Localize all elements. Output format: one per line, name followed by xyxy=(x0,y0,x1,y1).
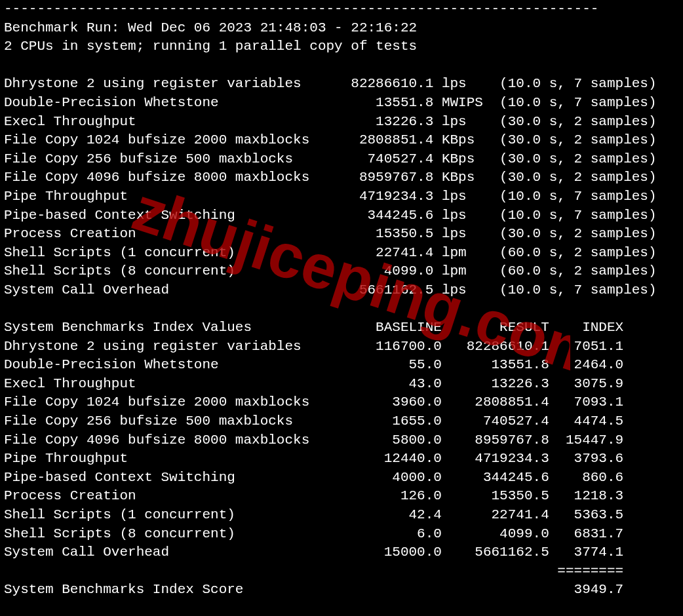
terminal-line: 2 CPUs in system; running 1 parallel cop… xyxy=(4,39,417,54)
terminal-line: ======== xyxy=(4,564,623,579)
terminal-line: File Copy 256 bufsize 500 maxblocks 7405… xyxy=(4,151,657,166)
terminal-line: File Copy 4096 bufsize 8000 maxblocks 58… xyxy=(4,433,623,448)
terminal-line: File Copy 256 bufsize 500 maxblocks 1655… xyxy=(4,414,623,429)
terminal-line: File Copy 1024 bufsize 2000 maxblocks 39… xyxy=(4,395,623,410)
terminal-line: ----------------------------------------… xyxy=(4,1,598,16)
terminal-line: System Call Overhead 15000.0 5661162.5 3… xyxy=(4,545,623,560)
terminal-line: Execl Throughput 43.0 13226.3 3075.9 xyxy=(4,376,623,391)
terminal-line: Benchmark Run: Wed Dec 06 2023 21:48:03 … xyxy=(4,20,417,35)
terminal-line: Shell Scripts (8 concurrent) 6.0 4099.0 … xyxy=(4,526,623,541)
terminal-line: Double-Precision Whetstone 13551.8 MWIPS… xyxy=(4,95,657,110)
terminal-output: ----------------------------------------… xyxy=(0,0,683,616)
terminal-line: System Benchmarks Index Values BASELINE … xyxy=(4,320,623,335)
terminal-line: Shell Scripts (1 concurrent) 22741.4 lpm… xyxy=(4,245,657,260)
terminal-line: Dhrystone 2 using register variables 822… xyxy=(4,76,657,91)
terminal-line: System Call Overhead 5661162.5 lps (10.0… xyxy=(4,282,657,298)
terminal-line: File Copy 1024 bufsize 2000 maxblocks 28… xyxy=(4,132,657,147)
terminal-line: Shell Scripts (1 concurrent) 42.4 22741.… xyxy=(4,507,623,522)
terminal-line: Process Creation 15350.5 lps (30.0 s, 2 … xyxy=(4,226,657,241)
terminal-line: Pipe-based Context Switching 344245.6 lp… xyxy=(4,208,657,223)
terminal-line: Execl Throughput 13226.3 lps (30.0 s, 2 … xyxy=(4,114,657,129)
terminal-line: Double-Precision Whetstone 55.0 13551.8 … xyxy=(4,357,623,372)
terminal-line: System Benchmarks Index Score 3949.7 xyxy=(4,582,623,597)
terminal-line: Dhrystone 2 using register variables 116… xyxy=(4,339,623,354)
terminal-line: Pipe-based Context Switching 4000.0 3442… xyxy=(4,470,623,485)
terminal-line: Shell Scripts (8 concurrent) 4099.0 lpm … xyxy=(4,263,657,279)
terminal-line: Process Creation 126.0 15350.5 1218.3 xyxy=(4,488,623,503)
terminal-line: File Copy 4096 bufsize 8000 maxblocks 89… xyxy=(4,170,657,185)
terminal-line: Pipe Throughput 12440.0 4719234.3 3793.6 xyxy=(4,451,623,466)
terminal-line: Pipe Throughput 4719234.3 lps (10.0 s, 7… xyxy=(4,189,657,204)
